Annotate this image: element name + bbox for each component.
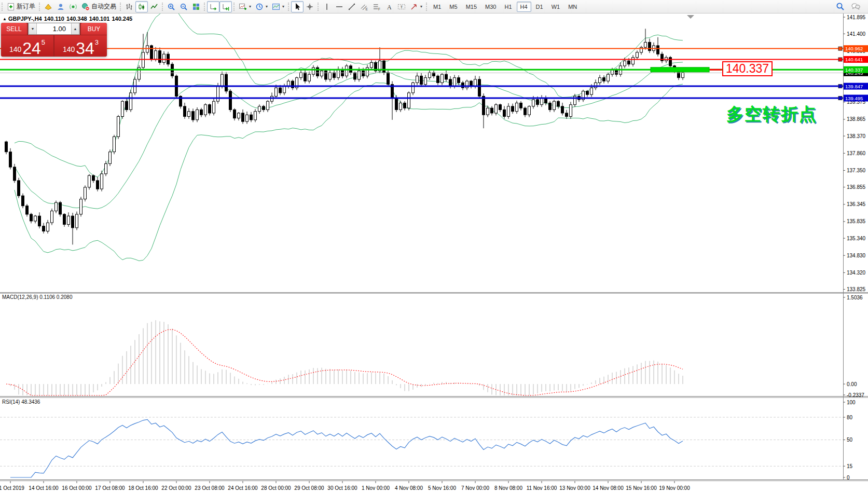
- svg-text:18 Oct 16:00: 18 Oct 16:00: [128, 485, 158, 491]
- collapse-triangle-icon[interactable]: ▲: [3, 17, 7, 21]
- cursor-button[interactable]: [291, 1, 304, 12]
- buy-button[interactable]: BUY: [81, 23, 107, 35]
- vline-button[interactable]: [321, 1, 333, 12]
- candle: [287, 81, 290, 86]
- candle: [404, 103, 406, 108]
- svg-text:138.370: 138.370: [847, 133, 866, 139]
- svg-text:80: 80: [847, 415, 853, 420]
- highlight-rect[interactable]: [651, 67, 709, 72]
- tf-button-m30[interactable]: M30: [481, 2, 500, 12]
- volume-decrease-button[interactable]: ▼: [29, 23, 37, 34]
- candle: [499, 105, 502, 110]
- line-handle: [838, 85, 842, 88]
- dropdown-caret-icon[interactable]: ▾: [282, 4, 284, 9]
- auto-scroll-button[interactable]: [207, 1, 219, 12]
- chat-button[interactable]: [849, 1, 863, 12]
- candle: [420, 76, 423, 84]
- auto-trading-button[interactable]: 自动交易: [79, 1, 118, 12]
- tf-button-m1[interactable]: M1: [430, 2, 445, 12]
- editor-button[interactable]: [42, 1, 54, 12]
- hline-button[interactable]: [333, 1, 346, 12]
- shapes-button[interactable]: ▾: [408, 1, 424, 12]
- tf-button-mn[interactable]: MN: [564, 2, 581, 12]
- trendline-button[interactable]: [346, 1, 358, 12]
- line-chart-button[interactable]: [148, 1, 160, 12]
- candlestick-button[interactable]: [135, 1, 148, 12]
- chart-shift-button[interactable]: [219, 1, 232, 12]
- price-callout-box[interactable]: 140.337: [722, 61, 773, 76]
- crosshair-button[interactable]: [304, 1, 316, 12]
- candle: [9, 152, 12, 167]
- new-order-icon: [7, 3, 15, 11]
- candle: [520, 103, 522, 108]
- rsi-levels: [0, 417, 843, 466]
- volume-input[interactable]: [37, 23, 71, 34]
- timeframe-group: M1M5M15M30H1H4D1W1MN: [424, 0, 581, 13]
- candles-layer: [5, 29, 684, 244]
- tile-windows-icon: [192, 3, 200, 11]
- candle: [346, 66, 348, 76]
- dropdown-caret-icon[interactable]: ▾: [266, 4, 268, 9]
- channel-button[interactable]: E: [358, 1, 370, 12]
- svg-text:141.400: 141.400: [847, 31, 866, 37]
- text-button[interactable]: A: [383, 1, 395, 12]
- svg-text:A: A: [387, 3, 392, 10]
- candle: [536, 100, 539, 105]
- tf-button-d1[interactable]: D1: [532, 2, 547, 12]
- zoom-out-button[interactable]: [177, 1, 190, 12]
- dropdown-caret-icon[interactable]: ▾: [249, 4, 251, 9]
- candle: [117, 116, 120, 136]
- auto-scroll-icon: [209, 3, 217, 11]
- tile-windows-button[interactable]: [190, 1, 202, 12]
- sell-price-display[interactable]: 140 24 5: [1, 35, 53, 57]
- auto-trading-label: 自动交易: [91, 2, 116, 11]
- volume-increase-button[interactable]: ▲: [71, 23, 79, 34]
- periods-button[interactable]: ▾: [253, 1, 270, 12]
- label-button[interactable]: T: [395, 1, 408, 12]
- rsi-layer: [10, 419, 683, 477]
- candle: [47, 223, 49, 231]
- hline-icon: [335, 3, 343, 11]
- signals-button[interactable]: [67, 1, 79, 12]
- templates-button[interactable]: ▾: [270, 1, 286, 12]
- candle: [441, 74, 444, 83]
- toolbar-group: 自动交易: [37, 0, 118, 13]
- time-axis[interactable]: 11 Oct 201914 Oct 16:0016 Oct 00:0017 Oc…: [0, 481, 690, 491]
- chart-note-annotation[interactable]: 多空转折点: [726, 103, 817, 126]
- line-handle: [838, 97, 842, 100]
- tf-button-h1[interactable]: H1: [501, 2, 515, 12]
- profile-button[interactable]: [54, 1, 67, 12]
- candle: [669, 58, 672, 66]
- tf-button-m15[interactable]: M15: [462, 2, 480, 12]
- svg-text:0.00: 0.00: [847, 381, 857, 387]
- bollinger-lower: [15, 83, 683, 261]
- chart-shift-marker-icon[interactable]: [687, 15, 694, 19]
- new-order-button[interactable]: 新订单: [5, 1, 37, 12]
- candle: [246, 115, 249, 121]
- line-handle: [838, 47, 842, 50]
- bar-chart-button[interactable]: [123, 1, 135, 12]
- indicators-button[interactable]: ▾: [237, 1, 253, 12]
- price-axis[interactable]: 141.895141.400140.890139.375138.865138.3…: [838, 15, 868, 481]
- sell-button[interactable]: SELL: [1, 23, 27, 35]
- toolbar-group: ▾▾▾: [232, 0, 286, 13]
- sell-price-big: 24: [22, 41, 41, 56]
- candle: [159, 51, 161, 63]
- candle: [213, 101, 215, 113]
- dropdown-caret-icon[interactable]: ▾: [420, 4, 422, 9]
- candle: [204, 105, 207, 115]
- svg-text:-0.2337: -0.2337: [847, 392, 864, 398]
- buy-price-display[interactable]: 140 34 3: [54, 35, 107, 57]
- candle: [453, 78, 456, 86]
- candle: [541, 98, 543, 105]
- tf-button-w1[interactable]: W1: [548, 2, 564, 12]
- svg-text:4 Nov 08:00: 4 Nov 08:00: [395, 485, 423, 491]
- fibonacci-button[interactable]: F: [370, 1, 383, 12]
- candle: [362, 71, 365, 76]
- candle: [163, 54, 166, 62]
- candle: [599, 78, 601, 83]
- tf-button-h4[interactable]: H4: [517, 2, 531, 12]
- zoom-in-button[interactable]: [165, 1, 177, 12]
- search-button[interactable]: [834, 1, 847, 12]
- tf-button-m5[interactable]: M5: [446, 2, 461, 12]
